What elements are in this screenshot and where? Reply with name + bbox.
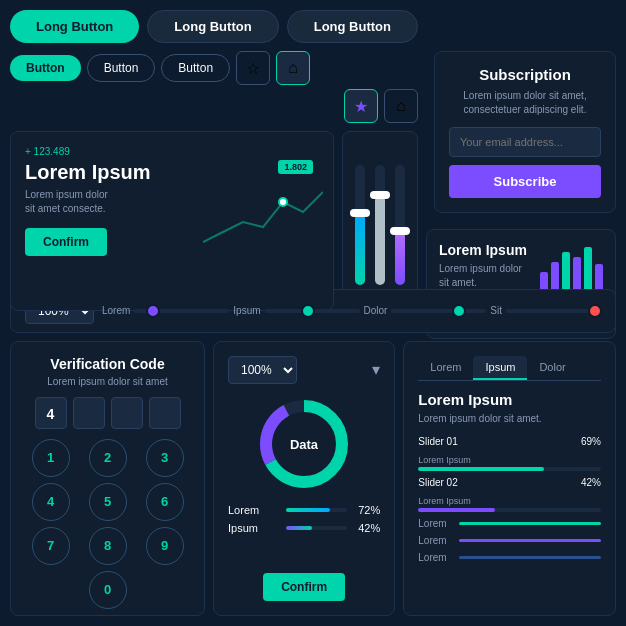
- slider-1-track: [418, 467, 601, 471]
- code-input-row: 4: [25, 397, 190, 429]
- numpad-8[interactable]: 8: [89, 527, 127, 565]
- right-bottom-title: Lorem Ipsum: [418, 391, 601, 408]
- home-icon: ⌂: [288, 59, 298, 77]
- range-thumb-4[interactable]: [588, 304, 602, 318]
- line-2: [459, 539, 601, 542]
- vertical-slider-2-wrap: [375, 150, 385, 300]
- numpad-0[interactable]: 0: [89, 571, 127, 609]
- line-items: Lorem Lorem Lorem: [418, 518, 601, 563]
- numpad-4[interactable]: 4: [32, 483, 70, 521]
- right-bottom-panel: Lorem Ipsum Dolor Lorem Ipsum Lorem ipsu…: [403, 341, 616, 616]
- bar-chart: [540, 242, 603, 292]
- range-track-3: [391, 309, 486, 313]
- vertical-slider-1-thumb[interactable]: [350, 209, 370, 217]
- subscription-description: Lorem ipsum dolor sit amet, consectetuer…: [449, 89, 601, 117]
- range-thumb-3[interactable]: [452, 304, 466, 318]
- chart-line-graph: [203, 162, 323, 262]
- home-icon-2: ⌂: [396, 97, 406, 115]
- numpad-3[interactable]: 3: [146, 439, 184, 477]
- small-button-3[interactable]: Button: [161, 54, 230, 82]
- code-box-3[interactable]: [111, 397, 143, 429]
- vertical-slider-2-fill: [375, 195, 385, 285]
- code-box-1[interactable]: 4: [35, 397, 67, 429]
- slider-2-label: Slider 02: [418, 477, 457, 488]
- tab-lorem[interactable]: Lorem: [418, 356, 473, 380]
- dropdown-select[interactable]: 100%: [228, 356, 297, 384]
- code-box-4[interactable]: [149, 397, 181, 429]
- home-icon-button-2[interactable]: ⌂: [384, 89, 418, 123]
- range-label-ipsum: Ipsum: [233, 305, 260, 316]
- vertical-slider-3-thumb[interactable]: [390, 227, 410, 235]
- line-label-1: Lorem: [418, 518, 453, 529]
- slider-2-value: 42%: [581, 477, 601, 488]
- small-button-2[interactable]: Button: [87, 54, 156, 82]
- vertical-slider-1-track: [355, 165, 365, 285]
- verification-title: Verification Code: [25, 356, 190, 372]
- range-track-4: [506, 309, 601, 313]
- star-icon-button[interactable]: ☆: [236, 51, 270, 85]
- star-filled-icon-button[interactable]: ★: [344, 89, 378, 123]
- verification-subtitle: Lorem ipsum dolor sit amet: [25, 376, 190, 387]
- vertical-slider-2-thumb[interactable]: [370, 191, 390, 199]
- email-input[interactable]: [449, 127, 601, 157]
- range-label-sit: Sit: [490, 305, 502, 316]
- range-thumb-2[interactable]: [301, 304, 315, 318]
- chevron-down-icon: ▾: [372, 360, 380, 379]
- bar-3: [562, 252, 570, 292]
- code-box-2[interactable]: [73, 397, 105, 429]
- long-button-2[interactable]: Long Button: [147, 10, 278, 43]
- verification-panel: Verification Code Lorem ipsum dolor sit …: [10, 341, 205, 616]
- numpad-7[interactable]: 7: [32, 527, 70, 565]
- slider-1-label: Slider 01: [418, 436, 457, 447]
- slider-1-fill: [418, 467, 544, 471]
- dropdown-row: 100% ▾: [228, 356, 380, 384]
- tab-dolor[interactable]: Dolor: [527, 356, 577, 380]
- middle-bottom-panel: 100% ▾ Data Lorem: [213, 341, 395, 616]
- svg-point-0: [279, 198, 287, 206]
- chart-panel: + 123.489 Lorem Ipsum Lorem ipsum dolor …: [10, 131, 334, 311]
- star-icon: ☆: [246, 59, 260, 78]
- progress-label-1: Lorem: [228, 504, 278, 516]
- numpad-5[interactable]: 5: [89, 483, 127, 521]
- slider-2-sublabel: Lorem Ipsum: [418, 496, 471, 506]
- bar-5: [584, 247, 592, 292]
- chart-confirm-button[interactable]: Confirm: [25, 228, 107, 256]
- vertical-slider-3-track: [395, 165, 405, 285]
- progress-bar-row-2: Ipsum 42%: [228, 522, 380, 534]
- right-bottom-subtitle: Lorem ipsum dolor sit amet.: [418, 412, 601, 426]
- line-item-row-3: Lorem: [418, 552, 601, 563]
- progress-bars: Lorem 72% Ipsum 42%: [228, 504, 380, 540]
- chart-stat: + 123.489: [25, 146, 319, 157]
- star-filled-icon: ★: [354, 97, 368, 116]
- progress-fill-1: [286, 508, 330, 512]
- progress-fill-2: [286, 526, 312, 530]
- range-label-dolor: Dolor: [364, 305, 388, 316]
- bar-6: [595, 264, 603, 292]
- home-icon-button[interactable]: ⌂: [276, 51, 310, 85]
- svg-text:Data: Data: [290, 437, 319, 452]
- right-info-title: Lorem Ipsum: [439, 242, 532, 258]
- tab-ipsum[interactable]: Ipsum: [473, 356, 527, 380]
- numpad-9[interactable]: 9: [146, 527, 184, 565]
- slider-1-sublabel: Lorem Ipsum: [418, 455, 471, 465]
- range-thumb-1[interactable]: [146, 304, 160, 318]
- slider-row-2: Slider 02 42% Lorem Ipsum: [418, 477, 601, 512]
- long-button-1[interactable]: Long Button: [10, 10, 139, 43]
- bar-4: [573, 257, 581, 292]
- line-item-row-2: Lorem: [418, 535, 601, 546]
- top-buttons-row: Long Button Long Button Long Button: [10, 10, 616, 43]
- tabs-row: Lorem Ipsum Dolor: [418, 356, 601, 381]
- line-label-3: Lorem: [418, 552, 453, 563]
- long-button-3[interactable]: Long Button: [287, 10, 418, 43]
- numpad-2[interactable]: 2: [89, 439, 127, 477]
- small-button-1[interactable]: Button: [10, 55, 81, 81]
- progress-track-1: [286, 508, 347, 512]
- numpad-6[interactable]: 6: [146, 483, 184, 521]
- middle-confirm-button[interactable]: Confirm: [263, 573, 345, 601]
- line-1: [459, 522, 601, 525]
- range-label-lorem: Lorem: [102, 305, 130, 316]
- numpad-1[interactable]: 1: [32, 439, 70, 477]
- subscribe-button[interactable]: Subscribe: [449, 165, 601, 198]
- right-info-subtitle: Lorem ipsum dolor sit amet.: [439, 262, 532, 290]
- vertical-slider-1-wrap: [355, 150, 365, 300]
